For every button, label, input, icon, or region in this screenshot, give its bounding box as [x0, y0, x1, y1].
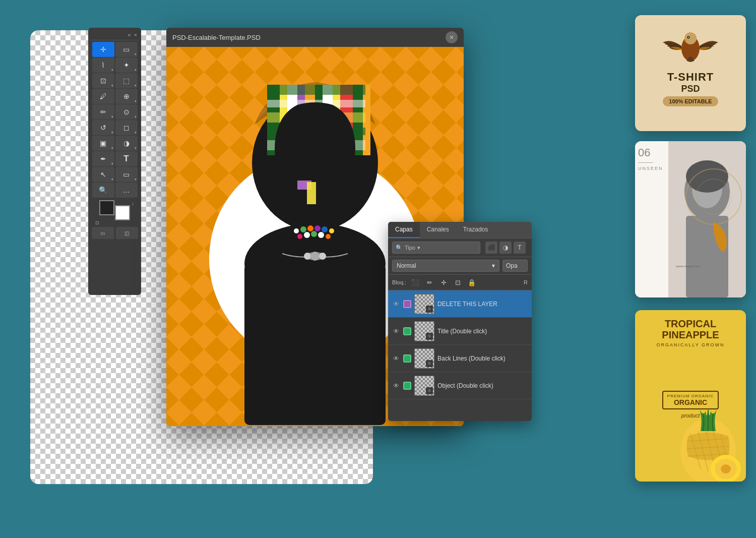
blend-mode-select[interactable]: Normal ▾: [392, 260, 499, 272]
quick-mask-icon: ◫: [124, 230, 129, 236]
svg-point-70: [721, 464, 731, 473]
magazine-divider: [638, 162, 653, 163]
layer-item[interactable]: 👁 S Back Lines (Double click): [388, 345, 532, 372]
spot-heal-icon: ⊕: [123, 92, 130, 100]
layers-panel: Capas Canales Trazados 🔍 Tipo ▾ ⬛ ◑ T No…: [388, 222, 532, 421]
swap-colors-icon[interactable]: ↕: [132, 201, 135, 206]
svg-point-32: [294, 228, 299, 233]
reset-colors-icon[interactable]: ⊡: [95, 220, 99, 225]
gradient-tool[interactable]: ▣ ▾: [92, 136, 114, 151]
lock-all-button[interactable]: 🔒: [467, 277, 477, 287]
svg-point-46: [319, 253, 326, 260]
blend-mode-value: Normal: [397, 262, 416, 269]
spot-heal-tool[interactable]: ⊕ ▾: [115, 89, 138, 104]
move-tool[interactable]: ✛: [92, 42, 114, 57]
path-select-tool[interactable]: ↖ ▾: [92, 167, 114, 182]
tool-arrow: ▾: [135, 52, 137, 56]
quick-mask-button[interactable]: ◫: [116, 227, 138, 239]
lock-move-button[interactable]: ✛: [438, 277, 449, 287]
zoom-tool[interactable]: 🔍: [92, 183, 114, 198]
tool-row-8: ✒ ▾ T: [90, 151, 139, 166]
quick-mask-row: ▭ ◫: [90, 227, 139, 239]
search-dropdown-icon[interactable]: ▾: [417, 245, 420, 251]
history-icon: ↺: [100, 124, 106, 132]
magic-wand-tool[interactable]: ✦ ▾: [115, 57, 138, 73]
tool-row-4: 🖊 ⊕ ▾: [90, 89, 139, 104]
tool-row-9: ↖ ▾ ▭ ▾: [90, 167, 139, 182]
tab-canales[interactable]: Canales: [420, 222, 456, 238]
magic-wand-icon: ✦: [123, 61, 130, 69]
background-color-swatch[interactable]: [115, 205, 130, 220]
filter-adjust-button[interactable]: ◑: [499, 242, 512, 254]
foreground-color-swatch[interactable]: [99, 200, 114, 215]
layer-name: Title (Double click): [437, 328, 528, 335]
layer-item[interactable]: 👁 S Title (Double click): [388, 318, 532, 345]
svg-point-39: [304, 232, 310, 238]
opacity-field[interactable]: Opa: [502, 260, 528, 272]
eraser-tool[interactable]: ◻ ▾: [115, 120, 138, 135]
toolbar-close-icon[interactable]: ×: [134, 32, 137, 38]
tool-row-6: ↺ ▾ ◻ ▾: [90, 120, 139, 135]
tool-arrow: ▾: [111, 146, 113, 150]
filter-toggle-button[interactable]: T: [514, 242, 526, 254]
filter-pixel-button[interactable]: ⬛: [485, 242, 497, 254]
toolbar-collapse-icon[interactable]: «: [128, 32, 131, 38]
pineapple-illustration: [670, 381, 746, 482]
smart-object-icon: S: [426, 387, 433, 394]
card-pineapple: TROPICAL PINEAPPLE ORGANICALLY GROWN PRE…: [635, 310, 746, 482]
smart-object-icon: S: [426, 360, 433, 367]
text-tool[interactable]: T: [115, 151, 138, 166]
tool-arrow: ▾: [135, 146, 137, 150]
standard-mode-button[interactable]: ▭: [92, 227, 114, 239]
tab-trazados[interactable]: Trazados: [456, 222, 495, 238]
psd-close-button[interactable]: ×: [446, 31, 458, 43]
toolbar-header: « ×: [90, 31, 139, 40]
layer-item[interactable]: 👁 S DELETE THIS LAYER: [388, 290, 532, 318]
dodge-tool[interactable]: ◑ ▾: [115, 136, 138, 151]
perspective-tool[interactable]: ⬚ ▾: [115, 73, 138, 88]
lasso-tool[interactable]: ⌇ ▾: [92, 57, 114, 73]
lock-artboard-button[interactable]: ⊡: [453, 277, 463, 287]
tool-arrow: ▾: [135, 115, 137, 119]
tool-arrow: ▾: [111, 84, 113, 88]
psd-titlebar: PSD-Escalable-Template.PSD ×: [166, 28, 464, 47]
layer-visibility-icon[interactable]: 👁: [392, 301, 400, 308]
tshirt-content: T-SHIRT PSD 100% EDITABLE: [635, 15, 746, 114]
psd-title: PSD-Escalable-Template.PSD: [172, 34, 440, 41]
pen-tool[interactable]: ✒ ▾: [92, 151, 114, 166]
shape-tool[interactable]: ▭ ▾: [115, 167, 138, 182]
layer-visibility-icon[interactable]: 👁: [392, 328, 400, 335]
tool-arrow: ▾: [135, 177, 137, 182]
crop-tool[interactable]: ⊡ ▾: [92, 73, 114, 88]
tool-arrow: ▾: [135, 131, 137, 135]
lock-pixels-button[interactable]: ⬛: [410, 277, 420, 287]
tshirt-title-text: T-SHIRT: [667, 71, 714, 84]
svg-rect-31: [307, 182, 316, 204]
color-swatches: ↕ ⊡: [90, 200, 139, 225]
lock-paint-button[interactable]: ✏: [424, 277, 434, 287]
marquee-tool[interactable]: ▭ ▾: [115, 42, 138, 57]
tool-row-1: ✛ ▭ ▾: [90, 42, 139, 57]
brush-tool[interactable]: ✏ ▾: [92, 104, 114, 119]
layer-item[interactable]: 👁 S Object (Double click): [388, 372, 532, 399]
history-brush-tool[interactable]: ↺ ▾: [92, 120, 114, 135]
svg-point-36: [322, 226, 328, 232]
svg-point-44: [304, 253, 311, 260]
more-tools[interactable]: …: [115, 183, 138, 198]
card-tshirt: T-SHIRT PSD 100% EDITABLE: [635, 15, 746, 131]
tool-row-5: ✏ ▾ ⊙ ▾: [90, 104, 139, 119]
more-tools-icon: …: [123, 186, 130, 194]
toolbar: « × ✛ ▭ ▾ ⌇ ▾ ✦ ▾ ⊡ ▾ ⬚ ▾ 🖊: [88, 28, 141, 295]
clone-stamp-tool[interactable]: ⊙ ▾: [115, 104, 138, 119]
tool-row-3: ⊡ ▾ ⬚ ▾: [90, 73, 139, 88]
layers-search-row: 🔍 Tipo ▾ ⬛ ◑ T: [388, 238, 532, 257]
layers-search[interactable]: 🔍 Tipo ▾: [392, 242, 480, 254]
tool-row-2: ⌇ ▾ ✦ ▾: [90, 57, 139, 73]
layer-visibility-icon[interactable]: 👁: [392, 382, 400, 389]
tab-capas[interactable]: Capas: [388, 222, 420, 238]
eraser-icon: ◻: [123, 124, 130, 132]
lock-label: Bloq.:: [392, 279, 406, 285]
layer-visibility-icon[interactable]: 👁: [392, 355, 400, 362]
svg-point-48: [684, 32, 697, 44]
eyedropper-tool[interactable]: 🖊: [92, 89, 114, 104]
